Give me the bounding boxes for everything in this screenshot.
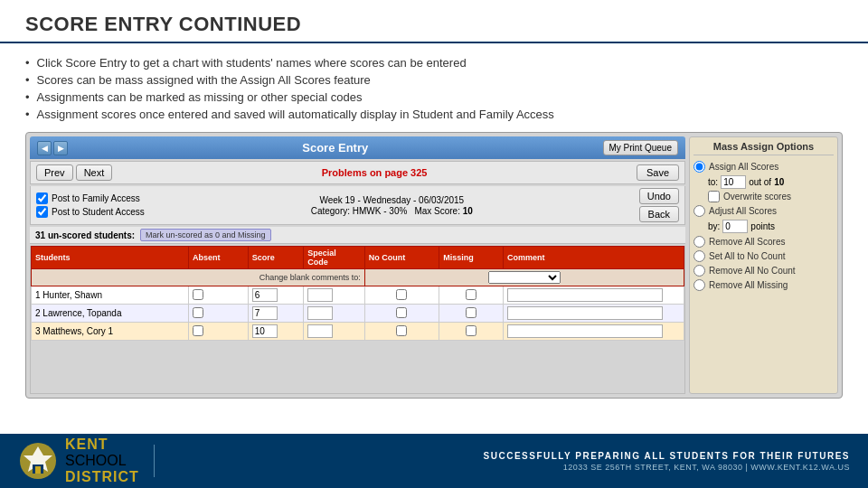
max-score: Max Score: 10 <box>414 206 472 216</box>
nocount-cell <box>364 305 439 323</box>
comment-cell <box>504 286 684 305</box>
school-logo-icon <box>18 441 58 481</box>
assign-all-label: Assign All Scores <box>709 162 778 172</box>
absent-checkbox[interactable] <box>193 307 203 318</box>
next-button[interactable]: Next <box>76 164 113 181</box>
col-nocount: No Count <box>364 247 439 269</box>
footer-address: 12033 SE 256TH STREET, KENT, WA 98030 | … <box>563 463 850 472</box>
remove-missing-radio[interactable] <box>693 279 705 291</box>
score-input[interactable] <box>252 288 278 302</box>
prev-button[interactable]: Prev <box>36 164 73 181</box>
nav-forward-arrow[interactable]: ▶ <box>53 141 68 155</box>
out-of-label: out of <box>749 177 771 187</box>
remove-all-scores-option: Remove All Scores <box>693 236 834 248</box>
by-row: by: points <box>708 220 834 233</box>
undo-button[interactable]: Undo <box>639 188 679 204</box>
set-no-count-option: Set All to No Count <box>693 250 834 262</box>
missing-checkbox[interactable] <box>466 307 476 318</box>
assign-all-option: Assign All Scores <box>693 161 834 173</box>
slide-content: Click Score Entry to get a chart with st… <box>0 49 868 434</box>
absent-cell <box>188 305 248 323</box>
family-access-checkbox[interactable] <box>36 192 48 204</box>
school-name-line1: KENT <box>65 436 139 453</box>
comment-cell <box>504 305 684 323</box>
school-name-line2: SCHOOL <box>65 453 139 469</box>
problems-text: Problems on page 325 <box>322 167 428 178</box>
remove-all-scores-label: Remove All Scores <box>709 237 785 247</box>
family-access-row: Post to Family Access <box>36 192 145 204</box>
print-queue-button[interactable]: My Print Queue <box>603 140 678 155</box>
remove-all-radio[interactable] <box>693 236 705 248</box>
overwrite-checkbox[interactable] <box>708 191 720 202</box>
school-name-line3: DISTRICT <box>65 469 139 485</box>
nocount-checkbox[interactable] <box>396 289 407 300</box>
by-value-input[interactable] <box>722 220 748 233</box>
mass-assign-title: Mass Assign Options <box>693 141 834 155</box>
remove-missing-label: Remove All Missing <box>709 280 788 290</box>
set-no-count-label: Set All to No Count <box>709 251 786 261</box>
student-access-checkbox[interactable] <box>36 206 48 218</box>
assign-scores-detail: to: out of 10 Overwrite scores <box>693 175 834 202</box>
bullet-list: Click Score Entry to get a chart with st… <box>25 54 843 123</box>
special-cell <box>304 286 364 305</box>
absent-cell <box>188 286 248 305</box>
table-header-row: Students Absent Score SpecialCode No Cou… <box>32 247 684 269</box>
to-value-input[interactable] <box>721 175 746 189</box>
special-cell <box>304 323 364 341</box>
week-info: Week 19 - Wednesday - 06/03/2015 <box>311 195 473 205</box>
nav-back-arrow[interactable]: ◀ <box>37 141 52 155</box>
comment-input[interactable] <box>507 288 663 302</box>
save-button[interactable]: Save <box>637 164 679 181</box>
info-row-1: Post to Family Access Post to Student Ac… <box>30 186 685 225</box>
adjust-detail: by: points <box>693 220 834 233</box>
absent-checkbox[interactable] <box>193 325 203 336</box>
score-input[interactable] <box>252 306 278 320</box>
student-access-row: Post to Student Access <box>36 206 145 218</box>
footer-divider <box>154 445 155 477</box>
bullet-4: Assignment scores once entered and saved… <box>25 106 843 123</box>
back-button[interactable]: Back <box>639 206 679 222</box>
adjust-all-radio[interactable] <box>693 205 705 217</box>
nocount-checkbox[interactable] <box>396 307 407 318</box>
remove-no-count-label: Remove All No Count <box>709 266 796 276</box>
absent-cell <box>188 323 248 341</box>
to-row: to: out of 10 <box>708 175 834 189</box>
set-no-count-radio[interactable] <box>693 250 705 262</box>
mark-unscored-button[interactable]: Mark un-scored as 0 and Missing <box>140 229 271 241</box>
points-label: points <box>750 221 775 231</box>
bullet-3: Assignments can be marked as missing or … <box>25 89 843 106</box>
missing-checkbox[interactable] <box>466 325 476 336</box>
table-row: 1 Hunter, Shawn <box>32 286 684 305</box>
svg-rect-3 <box>35 466 41 474</box>
missing-checkbox[interactable] <box>466 289 476 300</box>
change-blank-input-cell <box>364 269 684 286</box>
top-controls: Prev Next Problems on page 325 Save <box>30 161 685 184</box>
special-input[interactable] <box>307 306 333 320</box>
col-absent: Absent <box>188 247 248 269</box>
special-cell <box>304 305 364 323</box>
undo-back-col: Undo Back <box>639 188 679 222</box>
category-row: Category: HMWK - 30% Max Score: 10 <box>311 206 473 216</box>
special-input[interactable] <box>307 288 333 302</box>
col-special: SpecialCode <box>304 247 364 269</box>
widget-title: Score Entry <box>73 141 598 155</box>
col-score: Score <box>248 247 304 269</box>
assign-all-radio[interactable] <box>693 161 705 173</box>
comment-input[interactable] <box>507 324 663 338</box>
special-input[interactable] <box>307 324 333 338</box>
score-cell <box>248 286 304 305</box>
comment-input[interactable] <box>507 306 663 320</box>
slide-title: SCORE ENTRY CONTINUED <box>25 13 843 36</box>
family-access-label: Post to Family Access <box>52 193 140 203</box>
change-blank-select[interactable] <box>488 271 561 284</box>
checkbox-col: Post to Family Access Post to Student Ac… <box>36 192 145 218</box>
footer: KENT SCHOOL DISTRICT SUCCESSFULLY PREPAR… <box>0 434 868 488</box>
nocount-checkbox[interactable] <box>396 325 407 336</box>
score-input[interactable] <box>252 324 278 338</box>
comment-cell <box>504 323 684 341</box>
remove-no-count-radio[interactable] <box>693 265 705 277</box>
adjust-all-label: Adjust All Scores <box>709 206 777 216</box>
remove-missing-option: Remove All Missing <box>693 279 834 291</box>
score-table: Students Absent Score SpecialCode No Cou… <box>31 246 684 341</box>
absent-checkbox[interactable] <box>193 289 203 300</box>
